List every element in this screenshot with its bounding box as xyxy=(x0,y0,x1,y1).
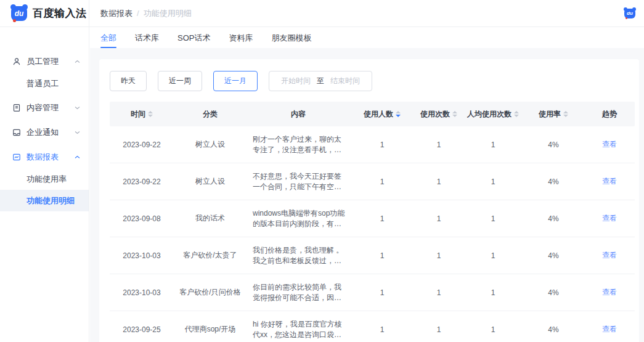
cell-time: 2023-09-08 xyxy=(110,200,174,237)
table-row: 2023-10-03 客户砍价/太贵了 我们价格是贵，我也理解 。我之前也和老板… xyxy=(110,237,635,274)
table-row: 2023-09-22 树立人设 不好意思，我今天正好要签一个合同，只能下午有空。… xyxy=(110,163,635,200)
table-row: 2023-09-08 我的话术 windows电脑端带有sop功能的版本目前内测… xyxy=(110,200,635,237)
cell-category: 客户砍价/太贵了 xyxy=(174,237,247,274)
filter-last-month-button[interactable]: 近一月 xyxy=(213,71,258,91)
user-icon xyxy=(12,57,21,66)
sidebar-item-employee-management[interactable]: 员工管理 xyxy=(0,51,89,73)
tab-all[interactable]: 全部 xyxy=(100,27,116,48)
cell-users: 1 xyxy=(350,126,414,163)
cell-times: 1 xyxy=(414,126,463,163)
column-header-content: 内容 xyxy=(247,102,350,126)
cell-trend: 查看 xyxy=(584,163,635,200)
sidebar-item-feature-usage-rate[interactable]: 功能使用率 xyxy=(0,168,89,190)
column-header-time[interactable]: 时间 xyxy=(110,102,174,126)
cell-times: 1 xyxy=(414,274,463,311)
cell-category: 客户砍价/只问价格 xyxy=(174,274,247,311)
cell-avg: 1 xyxy=(463,237,523,274)
cell-avg: 1 xyxy=(463,163,523,200)
table-row: 2023-09-22 树立人设 刚才一个客户过来，聊的太专注了，没注意看手机，现… xyxy=(110,126,635,163)
cell-rate: 4% xyxy=(523,163,584,200)
cell-time: 2023-09-22 xyxy=(110,163,174,200)
breadcrumb-section[interactable]: 数据报表 xyxy=(100,8,132,19)
brand-name: 百度输入法 xyxy=(33,6,87,20)
table-header-row: 时间 分类 内容 使用人数 使用次数 人均使用次数 使用 xyxy=(110,102,635,126)
filter-yesterday-button[interactable]: 昨天 xyxy=(110,71,147,91)
tab-moments-template[interactable]: 朋友圈模板 xyxy=(271,27,311,48)
time-filters: 昨天 近一周 近一月 开始时间 至 结束时间 xyxy=(110,71,635,91)
column-header-avg-times[interactable]: 人均使用次数 xyxy=(463,102,523,126)
cell-rate: 4% xyxy=(523,200,584,237)
cell-category: 我的话术 xyxy=(174,200,247,237)
sort-icon[interactable] xyxy=(563,111,568,117)
cell-content: 我们价格是贵，我也理解 。我之前也和老板反馈过，但是后来... xyxy=(247,237,350,274)
cell-content: 你目前的需求比较简单，我觉得报价可能不合适，因为同样产... xyxy=(247,274,350,311)
column-header-times[interactable]: 使用次数 xyxy=(414,102,463,126)
category-tabs: 全部 话术库 SOP话术 资料库 朋友圈模板 xyxy=(90,27,644,48)
end-date-placeholder: 结束时间 xyxy=(330,76,360,86)
notice-icon xyxy=(12,128,21,137)
cell-users: 1 xyxy=(350,163,414,200)
mini-app-logo-icon[interactable]: du xyxy=(624,9,635,18)
cell-avg: 1 xyxy=(463,274,523,311)
cell-content: 刚才一个客户过来，聊的太专注了，没注意看手机，现在才回... xyxy=(247,126,350,163)
date-range-picker[interactable]: 开始时间 至 结束时间 xyxy=(269,71,372,91)
view-trend-link[interactable]: 查看 xyxy=(602,287,617,298)
baidu-bear-logo-icon: du xyxy=(11,6,27,21)
filter-last-week-button[interactable]: 近一周 xyxy=(158,71,202,91)
cell-trend: 查看 xyxy=(584,237,635,274)
chevron-up-icon xyxy=(75,155,80,159)
cell-times: 1 xyxy=(414,237,463,274)
breadcrumb-separator: / xyxy=(137,9,139,18)
chevron-up-icon xyxy=(75,60,80,63)
date-range-separator: 至 xyxy=(317,76,324,86)
cell-trend: 查看 xyxy=(584,274,635,311)
top-header: du 百度输入法 数据报表 / 功能使用明细 du xyxy=(0,0,644,27)
cell-trend: 查看 xyxy=(584,311,635,342)
cell-category: 树立人设 xyxy=(174,163,247,200)
chevron-down-icon xyxy=(75,131,80,134)
sort-icon[interactable] xyxy=(148,111,153,117)
sidebar-item-data-report[interactable]: 数据报表 xyxy=(0,146,89,168)
cell-avg: 1 xyxy=(463,126,523,163)
document-icon xyxy=(12,104,21,112)
sidebar-item-feature-usage-detail[interactable]: 功能使用明细 xyxy=(0,190,89,211)
sidebar-item-content-management[interactable]: 内容管理 xyxy=(0,97,89,119)
usage-detail-table: 时间 分类 内容 使用人数 使用次数 人均使用次数 使用 xyxy=(110,102,635,342)
sort-icon[interactable] xyxy=(514,111,519,117)
cell-content: windows电脑端带有sop功能的版本目前内测阶段，有需要体... xyxy=(247,200,350,237)
view-trend-link[interactable]: 查看 xyxy=(602,213,617,224)
start-date-placeholder: 开始时间 xyxy=(281,76,311,86)
main-content: 全部 话术库 SOP话术 资料库 朋友圈模板 昨天 近一周 近一月 开始时间 至… xyxy=(90,27,644,342)
view-trend-link[interactable]: 查看 xyxy=(602,176,617,187)
tab-material-library[interactable]: 资料库 xyxy=(229,27,253,48)
sort-icon-active-desc[interactable] xyxy=(396,111,401,117)
sidebar-item-enterprise-notice[interactable]: 企业通知 xyxy=(0,121,89,144)
cell-time: 2023-09-22 xyxy=(110,126,174,163)
brand-logo[interactable]: du 百度输入法 xyxy=(0,0,89,27)
content-card: 昨天 近一周 近一月 开始时间 至 结束时间 时间 分类 内容 使用人数 xyxy=(99,59,639,342)
view-trend-link[interactable]: 查看 xyxy=(602,139,617,150)
tab-script-library[interactable]: 话术库 xyxy=(135,27,159,48)
table-row: 2023-09-25 代理商sop/开场 hi 你好呀，我是百度官方核代xx，您… xyxy=(110,311,635,342)
column-header-trend: 趋势 xyxy=(584,102,635,126)
cell-avg: 1 xyxy=(463,200,523,237)
column-header-category: 分类 xyxy=(174,102,247,126)
cell-users: 1 xyxy=(350,274,414,311)
cell-users: 1 xyxy=(350,311,414,342)
column-header-users[interactable]: 使用人数 xyxy=(350,102,414,126)
sidebar-item-regular-employee[interactable]: 普通员工 xyxy=(0,73,89,94)
cell-times: 1 xyxy=(414,200,463,237)
view-trend-link[interactable]: 查看 xyxy=(602,250,617,261)
tab-sop-script[interactable]: SOP话术 xyxy=(177,27,210,48)
breadcrumb-current: 功能使用明细 xyxy=(144,8,192,19)
breadcrumb: 数据报表 / 功能使用明细 xyxy=(100,8,192,19)
table-row: 2023-10-03 客户砍价/只问价格 你目前的需求比较简单，我觉得报价可能不… xyxy=(110,274,635,311)
column-header-usage-rate[interactable]: 使用率 xyxy=(523,102,584,126)
cell-trend: 查看 xyxy=(584,200,635,237)
view-trend-link[interactable]: 查看 xyxy=(602,324,617,335)
sidebar-nav: 员工管理 普通员工 内容管理 企业通知 xyxy=(0,27,89,342)
cell-trend: 查看 xyxy=(584,126,635,163)
cell-time: 2023-09-25 xyxy=(110,311,174,342)
cell-time: 2023-10-03 xyxy=(110,237,174,274)
sort-icon[interactable] xyxy=(452,111,457,117)
